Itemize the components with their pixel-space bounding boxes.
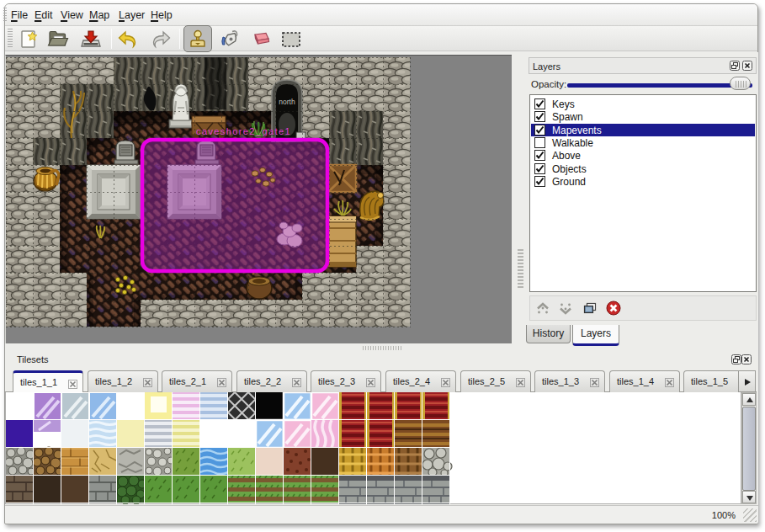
svg-text:caveshore2_gate1: caveshore2_gate1 [196,126,291,136]
svg-text:north: north [279,98,295,106]
